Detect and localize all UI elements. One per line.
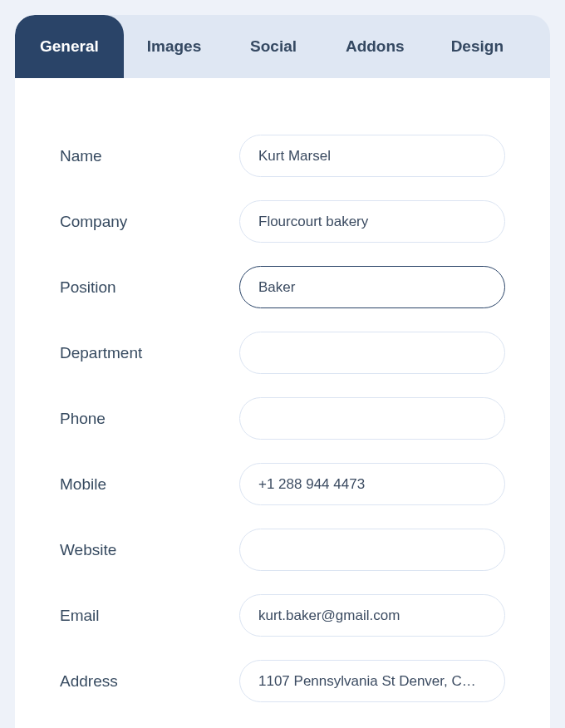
company-field[interactable] [239, 200, 505, 243]
tab-images[interactable]: Images [124, 15, 224, 78]
settings-panel: General Images Social Addons Design Name… [15, 15, 550, 728]
form-row-address: Address [60, 660, 505, 702]
tab-design[interactable]: Design [428, 15, 527, 78]
form-row-website: Website [60, 529, 505, 571]
tab-general[interactable]: General [15, 15, 124, 78]
label-mobile: Mobile [60, 475, 239, 494]
form-row-email: Email [60, 594, 505, 637]
label-phone: Phone [60, 410, 239, 428]
form-row-department: Department [60, 332, 505, 374]
phone-field[interactable] [239, 397, 505, 440]
form-row-position: Position [60, 266, 505, 308]
address-field[interactable] [239, 660, 505, 702]
website-field[interactable] [239, 529, 505, 571]
tab-bar: General Images Social Addons Design [15, 15, 550, 78]
label-department: Department [60, 344, 239, 362]
mobile-field[interactable] [239, 463, 505, 505]
position-field[interactable] [239, 266, 505, 308]
label-company: Company [60, 213, 239, 231]
form-row-mobile: Mobile [60, 463, 505, 505]
form-row-company: Company [60, 200, 505, 243]
email-field[interactable] [239, 594, 505, 637]
form-content: Name Company Position Department Phone M… [15, 78, 550, 728]
form-row-name: Name [60, 135, 505, 177]
label-email: Email [60, 607, 239, 625]
label-position: Position [60, 278, 239, 297]
tab-social[interactable]: Social [224, 15, 322, 78]
form-row-phone: Phone [60, 397, 505, 440]
label-website: Website [60, 541, 239, 559]
tab-addons[interactable]: Addons [322, 15, 428, 78]
name-field[interactable] [239, 135, 505, 177]
label-name: Name [60, 147, 239, 165]
department-field[interactable] [239, 332, 505, 374]
label-address: Address [60, 672, 239, 691]
